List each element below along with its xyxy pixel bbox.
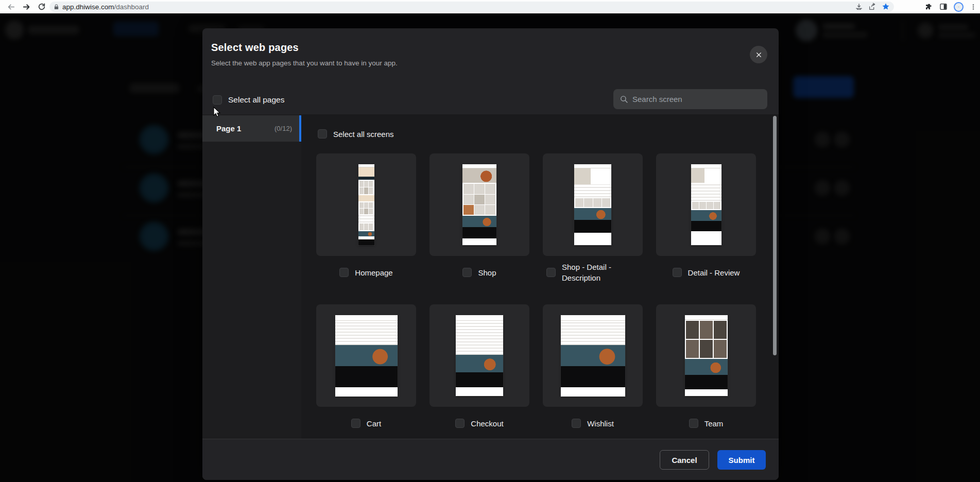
screen-cell: Shop [429,153,529,284]
close-icon [755,51,762,58]
cancel-button[interactable]: Cancel [660,450,709,470]
search-field[interactable] [613,89,767,109]
bookmark-star-icon[interactable] [882,3,890,11]
screen-checkbox[interactable] [455,419,465,428]
screen-thumbnail-image [335,315,398,397]
screen-thumbnail-image [462,164,496,245]
screen-cell: Homepage [316,153,416,284]
select-all-screens-label: Select all screens [333,130,394,139]
ssl-lock-icon [54,4,59,10]
screen-thumbnail-card[interactable] [429,304,529,407]
page-name: Page 1 [216,124,241,133]
screen-checkbox[interactable] [462,268,472,277]
screen-label: Cart [367,418,381,429]
screen-thumbnail-card[interactable] [656,304,756,407]
dialog-footer: Cancel Submit [202,439,779,480]
screen-label: Wishlist [587,418,614,429]
back-icon[interactable] [3,1,19,13]
profile-avatar[interactable]: ~ [954,2,964,12]
screen-thumbnail-image [456,315,503,396]
screen-checkbox[interactable] [673,268,682,277]
screen-thumbnail-card[interactable] [316,153,416,256]
select-all-pages-checkbox[interactable] [213,95,222,105]
screen-label: Detail - Review [688,267,740,278]
dialog-subtitle: Select the web app pages that you want t… [211,59,398,67]
close-button[interactable] [750,46,767,63]
pages-sidebar: Page 1 (0/12) [202,114,301,439]
screen-checkbox[interactable] [546,268,556,277]
forward-icon[interactable] [19,1,34,13]
screen-thumbnail-card[interactable] [316,304,416,407]
screen-cell: Team [656,304,756,435]
submit-button[interactable]: Submit [717,450,766,470]
screen-cell: Shop - Detail - Description [543,153,643,284]
scrollbar-thumb[interactable] [773,116,777,355]
select-all-screens-checkbox[interactable] [318,129,327,139]
screen-label: Team [704,418,724,429]
reload-icon[interactable] [34,1,49,13]
screen-thumbnail-image [691,164,721,245]
select-all-pages-label: Select all pages [228,95,284,105]
url-text: app.dhiwise.com/dashboard [62,3,149,11]
dialog-title: Select web pages [211,42,299,54]
page-screen-count: (0/12) [274,125,292,132]
screens-panel: Select all screens Homepage Shop Shop - … [301,114,779,439]
screen-cell: Detail - Review [656,153,756,284]
screen-checkbox[interactable] [339,268,349,277]
screen-thumbnail-card[interactable] [543,153,643,256]
screen-cell: Checkout [429,304,529,435]
screen-label: Shop - Detail - Description [562,262,639,283]
select-web-pages-dialog: Select web pages Select the web app page… [202,28,779,480]
save-page-icon[interactable] [855,3,863,11]
search-input[interactable] [632,95,761,104]
screen-thumbnail-image [358,164,374,245]
screen-thumbnail-card[interactable] [656,153,756,256]
share-icon[interactable] [868,3,876,11]
screen-thumbnail-card[interactable] [543,304,643,407]
menu-dots-icon[interactable] [970,3,977,11]
screen-checkbox[interactable] [689,419,698,428]
screen-thumbnail-image [685,315,728,396]
screen-thumbnail-card[interactable] [429,153,529,256]
side-panel-icon[interactable] [939,3,948,11]
screen-checkbox[interactable] [351,419,360,428]
screen-label: Checkout [471,418,503,429]
url-bar[interactable]: app.dhiwise.com/dashboard [49,2,894,12]
screen-cell: Cart [316,304,416,435]
sidebar-item-page-1[interactable]: Page 1 (0/12) [202,115,301,142]
search-icon [620,95,628,104]
screen-label: Homepage [355,267,392,278]
screen-thumbnail-image [561,315,625,397]
screen-cell: Wishlist [543,304,643,435]
extensions-icon[interactable] [925,3,933,11]
screen-label: Shop [478,267,496,278]
browser-toolbar: app.dhiwise.com/dashboard ~ [0,0,980,13]
screen-checkbox[interactable] [572,419,581,428]
screen-thumbnail-image [574,164,611,245]
screens-grid: Homepage Shop Shop - Detail - Descriptio… [316,153,756,435]
screen-root: app.dhiwise.com/dashboard ~ [0,0,980,482]
